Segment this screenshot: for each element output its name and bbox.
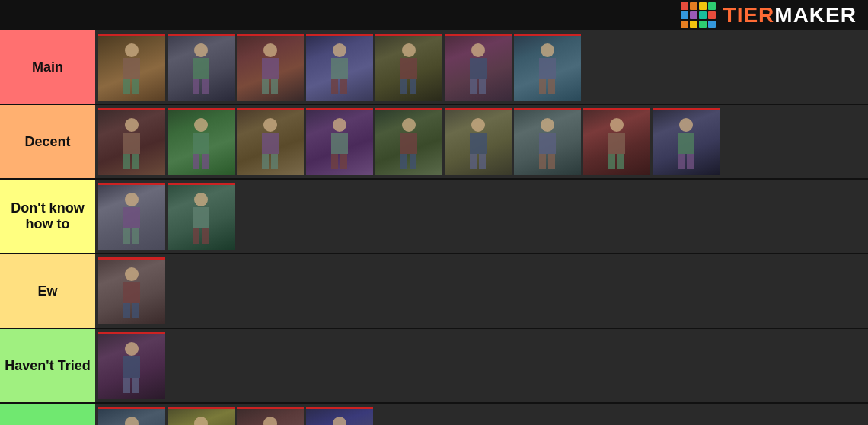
figure-head — [333, 118, 346, 132]
char-figure — [116, 267, 147, 321]
figure-torso — [193, 133, 209, 154]
figure-legs — [608, 154, 625, 169]
tier-items-dkht — [95, 180, 868, 253]
figure-legs — [539, 79, 556, 94]
figure-legs — [678, 154, 694, 169]
figure-head — [610, 118, 624, 132]
figure-torso — [470, 133, 487, 154]
char-inner — [514, 108, 581, 175]
figure-leg — [479, 154, 486, 169]
character-card[interactable] — [375, 34, 442, 101]
figure-legs — [193, 154, 209, 169]
character-card[interactable] — [445, 34, 512, 101]
tier-label-decent: Decent — [0, 105, 95, 178]
char-inner — [98, 332, 165, 399]
figure-leg — [123, 228, 130, 244]
figure-leg — [479, 79, 486, 94]
character-card[interactable] — [237, 407, 304, 425]
character-card[interactable] — [445, 108, 512, 175]
figure-head — [194, 417, 208, 425]
character-card[interactable] — [98, 183, 165, 250]
figure-legs — [123, 228, 140, 244]
figure-leg — [400, 79, 407, 94]
char-inner — [168, 407, 235, 425]
character-card[interactable] — [98, 108, 165, 175]
character-card[interactable] — [98, 332, 165, 399]
char-inner — [98, 183, 165, 250]
character-card[interactable] — [306, 407, 373, 425]
tier-items-ew — [95, 254, 868, 328]
figure-leg — [678, 154, 685, 169]
tier-row-mms: Makes Me Motion Sick — [0, 404, 868, 425]
figure-torso — [539, 133, 556, 154]
figure-leg — [470, 154, 477, 169]
character-card[interactable] — [514, 108, 581, 175]
char-figure — [116, 43, 147, 97]
tier-list: MainDecentDon't know how toEwHaven't Tri… — [0, 30, 868, 425]
figure-head — [402, 118, 416, 132]
figure-torso — [400, 133, 417, 154]
character-card[interactable] — [98, 257, 165, 324]
char-inner — [168, 183, 235, 250]
char-figure — [671, 118, 701, 171]
char-inner — [514, 34, 581, 101]
figure-legs — [400, 154, 417, 169]
char-figure — [116, 118, 147, 171]
logo-cell — [681, 2, 688, 10]
logo-cell — [708, 21, 716, 28]
tier-items-decent — [95, 105, 868, 178]
character-card[interactable] — [583, 108, 650, 175]
figure-legs — [331, 79, 348, 94]
figure-head — [541, 118, 554, 132]
figure-head — [333, 417, 346, 425]
logo-grid — [681, 2, 716, 28]
char-inner — [98, 108, 165, 175]
figure-torso — [123, 282, 140, 303]
char-inner — [98, 407, 165, 425]
char-inner — [237, 407, 304, 425]
figure-torso — [123, 207, 140, 228]
figure-torso — [678, 133, 694, 154]
figure-leg — [400, 154, 407, 169]
figure-legs — [123, 378, 140, 393]
char-figure — [116, 193, 147, 246]
character-card[interactable] — [375, 108, 442, 175]
figure-leg — [123, 154, 130, 169]
character-card[interactable] — [168, 108, 235, 175]
character-card[interactable] — [98, 407, 165, 425]
figure-legs — [470, 79, 487, 94]
char-figure — [186, 118, 216, 171]
character-card[interactable] — [98, 34, 165, 101]
figure-legs — [123, 303, 140, 318]
figure-leg — [202, 79, 209, 94]
figure-legs — [193, 79, 209, 94]
figure-leg — [132, 378, 139, 393]
figure-leg — [340, 154, 347, 169]
figure-leg — [331, 79, 338, 94]
character-card[interactable] — [168, 34, 235, 101]
figure-legs — [123, 79, 140, 94]
character-card[interactable] — [306, 108, 373, 175]
char-figure — [394, 43, 424, 97]
character-card[interactable] — [514, 34, 581, 101]
character-card[interactable] — [168, 183, 235, 250]
tier-row-dkht: Don't know how to — [0, 180, 868, 254]
figure-head — [194, 193, 208, 206]
figure-head — [471, 43, 485, 57]
char-inner — [445, 108, 512, 175]
character-card[interactable] — [168, 407, 235, 425]
character-card[interactable] — [653, 108, 720, 175]
character-card[interactable] — [237, 34, 304, 101]
figure-head — [194, 118, 208, 132]
figure-leg — [539, 154, 546, 169]
figure-head — [679, 118, 693, 132]
figure-torso — [608, 133, 625, 154]
character-card[interactable] — [237, 108, 304, 175]
figure-leg — [340, 79, 347, 94]
figure-legs — [539, 154, 556, 169]
figure-leg — [539, 79, 546, 94]
char-figure — [394, 118, 424, 171]
character-card[interactable] — [306, 34, 373, 101]
figure-leg — [262, 79, 269, 94]
logo-cell — [690, 11, 697, 19]
